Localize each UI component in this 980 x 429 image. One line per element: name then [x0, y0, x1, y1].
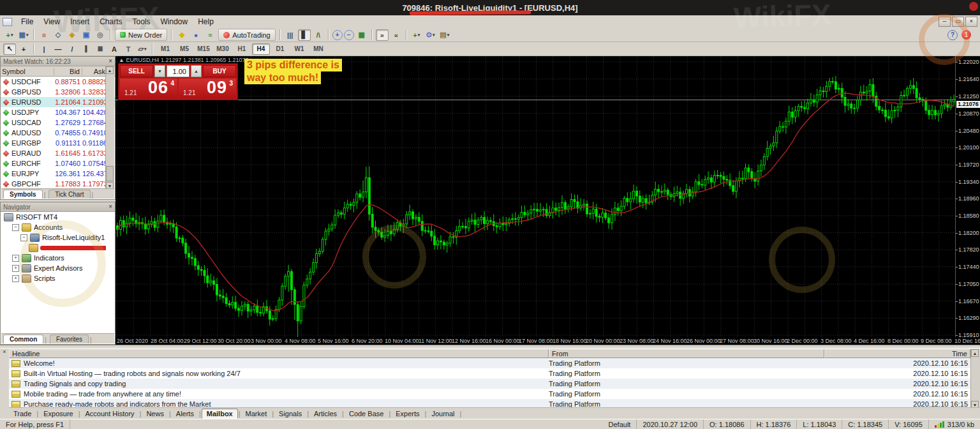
navigator-close-icon[interactable]: × [108, 204, 112, 210]
navigator-item-risoft-mt4[interactable]: RISOFT MT4 [1, 212, 106, 222]
dropdown-caret-icon[interactable]: ▾ [11, 33, 13, 38]
tile-windows-icon[interactable]: ▦ [355, 29, 368, 41]
terminal-tab-alerts[interactable]: Alerts [172, 409, 198, 418]
expand-icon[interactable]: + [12, 275, 19, 282]
minimize-button[interactable]: ─ [939, 17, 951, 27]
column-headline[interactable]: Headline [9, 349, 549, 358]
navigator-tab-favorites[interactable]: Favorites [50, 335, 89, 343]
column-from[interactable]: From [549, 349, 824, 358]
notification-badge[interactable]: 1 [961, 30, 971, 40]
market-watch-icon[interactable]: ≡ [38, 29, 50, 41]
strategy-tester-icon[interactable]: ◎ [94, 29, 107, 41]
signals-icon[interactable]: ≈ [204, 29, 216, 41]
navigator-item-709846[interactable]: 709846 [1, 243, 106, 253]
navigator-tab-common[interactable]: Common [3, 335, 43, 343]
navigator-item-accounts[interactable]: −Accounts [1, 222, 106, 232]
column-ask[interactable]: Ask [82, 68, 107, 75]
chart-shift-icon[interactable]: « [390, 29, 403, 41]
scroll-up-icon[interactable]: ▲ [971, 349, 979, 357]
dropdown-caret-icon[interactable]: ▾ [26, 33, 29, 38]
column-symbol[interactable]: Symbol [1, 68, 54, 75]
collapse-icon[interactable]: − [12, 224, 19, 231]
timeframe-M5[interactable]: M5 [175, 43, 193, 55]
new-chart-icon[interactable]: +▾ [3, 29, 16, 41]
autotrading-button[interactable]: AutoTrading [218, 29, 276, 41]
market-watch-row-usdchf[interactable]: USDCHF0.887510.88829 [1, 77, 115, 87]
label-icon[interactable]: T [122, 43, 135, 55]
terminal-tab-market[interactable]: Market [241, 409, 272, 418]
expand-icon[interactable]: + [12, 265, 19, 272]
terminal-tab-news[interactable]: News [142, 409, 168, 418]
new-order-button[interactable]: New Order [115, 29, 167, 41]
market-watch-row-audusd[interactable]: AUDUSD0.748550.74910 [1, 128, 115, 138]
price-chart[interactable] [115, 56, 955, 337]
terminal-tab-articles[interactable]: Articles [309, 409, 341, 418]
column-time[interactable]: Time [824, 349, 970, 358]
terminal-tab-account-history[interactable]: Account History [81, 409, 139, 418]
channel-icon[interactable]: ∥ [80, 43, 93, 55]
volume-increase-icon[interactable]: ▲ [191, 65, 202, 77]
indicators-icon[interactable]: +▾ [410, 29, 423, 41]
timeframe-H4[interactable]: H4 [252, 43, 270, 55]
terminal-tab-mailbox[interactable]: Mailbox [202, 409, 238, 419]
mailbox-row[interactable]: Trading Signals and copy tradingTrading … [9, 379, 970, 389]
menu-window[interactable]: Window [156, 16, 193, 27]
market-watch-tab-tick-chart[interactable]: Tick Chart [48, 190, 90, 199]
scroll-thumb[interactable] [106, 166, 114, 181]
line-chart-icon[interactable]: /\ [312, 29, 325, 41]
dropdown-caret-icon[interactable]: ▾ [447, 33, 450, 38]
market-watch-row-eurjpy[interactable]: EURJPY126.361126.437 [1, 169, 115, 179]
periods-icon[interactable]: ⊙▾ [424, 29, 437, 41]
timeframe-H1[interactable]: H1 [233, 43, 251, 55]
zoom-in-icon[interactable]: + [332, 30, 343, 40]
zoom-out-icon[interactable]: − [344, 30, 354, 40]
dropdown-caret-icon[interactable]: ▾ [418, 33, 420, 38]
terminal-close-icon[interactable]: × [3, 349, 6, 355]
timeframe-M1[interactable]: M1 [156, 43, 174, 55]
shapes-icon[interactable]: ▱▾ [136, 43, 149, 55]
timeframe-W1[interactable]: W1 [290, 43, 308, 55]
buy-button[interactable]: BUY [203, 65, 236, 77]
price-chart-svg[interactable] [115, 56, 955, 337]
fibonacci-icon[interactable]: ≣ [94, 43, 107, 55]
terminal-tab-journal[interactable]: Journal [427, 409, 459, 418]
terminal-tab-code-base[interactable]: Code Base [345, 409, 388, 418]
mailbox-row[interactable]: Built-in Virtual Hosting — trading robot… [9, 368, 970, 379]
market-watch-row-eurusd[interactable]: EURUSD1.210641.21093 [1, 97, 115, 107]
price-axis[interactable]: 1.21076 1.220201.216401.212501.208701.20… [955, 56, 980, 337]
navigator-item-indicators[interactable]: +Indicators [1, 253, 106, 263]
templates-icon[interactable]: ▤▾ [438, 29, 451, 41]
collapse-icon[interactable]: − [20, 234, 27, 241]
date-axis[interactable]: 26 Oct 202028 Oct 04:0029 Oct 12:0030 Oc… [115, 337, 980, 345]
close-button[interactable]: × [965, 17, 977, 27]
navigator-item-risoft-liveliquidity1[interactable]: −Risoft-LiveLiquidity1 [1, 232, 106, 243]
buy-price-display[interactable]: 1.21 09 3 [179, 79, 236, 98]
horizontal-line-icon[interactable]: — [52, 43, 64, 55]
volume-decrease-icon[interactable]: ▼ [154, 65, 165, 77]
menu-tools[interactable]: Tools [128, 16, 156, 27]
profiles-icon[interactable]: ▦▾ [17, 29, 30, 41]
market-watch-tab-symbols[interactable]: Symbols [3, 190, 43, 199]
candlesticks-icon[interactable]: ▋ [298, 29, 311, 41]
market-watch-close-icon[interactable]: × [108, 58, 112, 64]
menu-insert[interactable]: Insert [65, 16, 94, 27]
menu-file[interactable]: File [16, 16, 38, 27]
navigator-icon[interactable]: ◈ [66, 29, 78, 41]
terminal-tab-trade[interactable]: Trade [9, 409, 36, 418]
crosshair-icon[interactable]: + [17, 43, 30, 55]
dropdown-caret-icon[interactable]: ▾ [433, 33, 435, 38]
trendline-icon[interactable]: / [66, 43, 78, 55]
scroll-up-icon[interactable]: ▲ [106, 66, 114, 74]
menu-help[interactable]: Help [193, 16, 219, 27]
navigator-item-scripts[interactable]: +Scripts [1, 273, 106, 283]
cursor-icon[interactable]: ↖ [3, 43, 16, 55]
terminal-tab-signals[interactable]: Signals [274, 409, 306, 418]
mailbox-row[interactable]: Welcome!Trading Platform2020.12.10 16:15 [9, 358, 970, 368]
market-watch-row-euraud[interactable]: EURAUD1.616451.61733 [1, 148, 115, 158]
timeframe-M15[interactable]: M15 [195, 43, 212, 55]
terminal-icon[interactable]: ▣ [80, 29, 93, 41]
terminal-scrollbar[interactable]: ▲ ▼ [970, 349, 980, 409]
market-watch-row-gbpusd[interactable]: GBPUSD1.328061.32832 [1, 87, 115, 97]
menu-view[interactable]: View [38, 16, 65, 27]
terminal-tab-experts[interactable]: Experts [391, 409, 424, 418]
